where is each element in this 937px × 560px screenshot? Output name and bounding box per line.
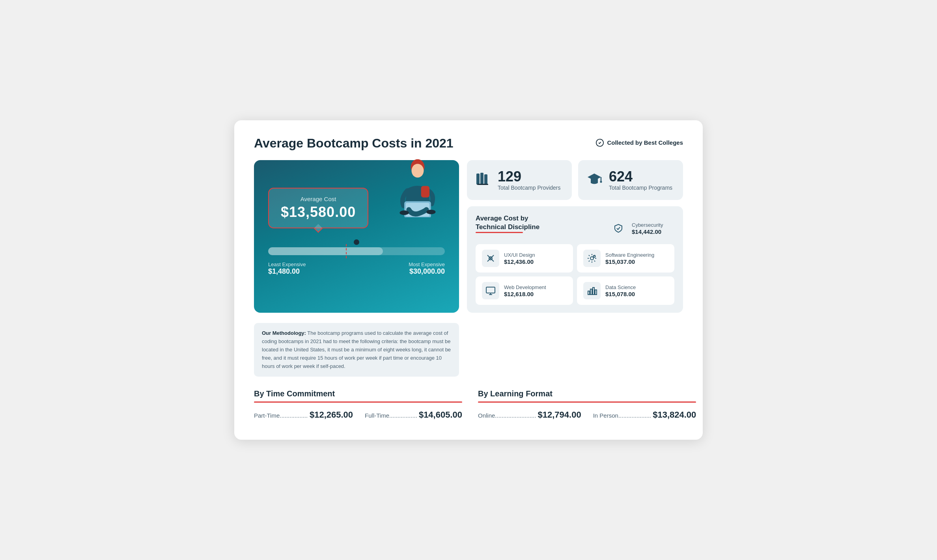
programs-stat-text: 624 Total Bootcamp Programs <box>609 169 672 192</box>
svg-point-2 <box>412 164 424 177</box>
avg-cost-bubble: Average Cost $13,580.00 <box>268 188 368 228</box>
gauge-bar-area: Least Expensive $1,480.00 Most Expensive… <box>268 239 445 276</box>
design-icon <box>482 250 499 267</box>
svg-rect-9 <box>480 173 483 185</box>
svg-rect-11 <box>477 184 488 185</box>
books-icon <box>475 170 491 190</box>
format-divider <box>478 401 696 403</box>
svg-point-18 <box>590 257 594 260</box>
providers-stat-text: 129 Total Bootcamp Providers <box>498 169 561 192</box>
svg-rect-23 <box>588 291 590 295</box>
gauge-card: Average Cost $13,580.00 Least Expensive … <box>254 160 459 313</box>
svg-rect-24 <box>590 289 592 295</box>
svg-point-19 <box>594 256 595 258</box>
discipline-divider <box>476 232 523 233</box>
svg-rect-8 <box>476 174 480 185</box>
collected-by: Collected by Best Colleges <box>595 138 683 147</box>
time-commitment-col: By Time Commitment Part-Time ...........… <box>254 389 462 420</box>
person-illustration <box>392 156 447 219</box>
svg-rect-10 <box>484 174 487 185</box>
shield-icon <box>610 220 627 237</box>
discipline-grid: UX/UI Design $12,436.00 <box>476 244 674 305</box>
main-card: Average Bootcamp Costs in 2021 Collected… <box>234 120 703 440</box>
online-item: Online ......................... $12,794… <box>478 410 581 420</box>
gauge-fill <box>268 247 383 255</box>
gear-icon <box>583 250 601 267</box>
svg-rect-26 <box>595 290 597 295</box>
gauge-track <box>268 247 445 255</box>
svg-rect-7 <box>421 186 429 197</box>
discipline-web: Web Development $12,618.00 <box>476 276 573 305</box>
methodology-row: Our Methodology: The bootcamp programs u… <box>254 321 683 377</box>
gauge-labels: Least Expensive $1,480.00 Most Expensive… <box>268 261 445 276</box>
discipline-cybersecurity: Cybersecurity $14,442.00 <box>603 214 674 243</box>
top-section: Average Cost $13,580.00 Least Expensive … <box>254 160 683 313</box>
right-section: 129 Total Bootcamp Providers <box>467 160 683 313</box>
time-row: Part-Time ......................... $12,… <box>254 410 462 420</box>
part-time-item: Part-Time ......................... $12,… <box>254 410 353 420</box>
stats-row: 129 Total Bootcamp Providers <box>467 160 683 200</box>
learning-format-title: By Learning Format <box>478 389 696 398</box>
discipline-data: Data Science $15,078.00 <box>577 276 674 305</box>
in-person-item: In Person ........................ $13,8… <box>593 410 696 420</box>
most-expensive: Most Expensive $30,000.00 <box>409 261 445 276</box>
programs-stat: 624 Total Bootcamp Programs <box>578 160 683 200</box>
monitor-icon <box>482 282 499 299</box>
discipline-software: Software Engineering $15,037.00 <box>577 244 674 273</box>
chart-icon <box>583 282 601 299</box>
svg-point-14 <box>600 181 602 183</box>
svg-rect-20 <box>486 287 495 293</box>
least-expensive: Least Expensive $1,480.00 <box>268 261 306 276</box>
discipline-title: Average Cost byTechnical Discipline <box>476 214 599 231</box>
discipline-uxui: UX/UI Design $12,436.00 <box>476 244 573 273</box>
time-divider <box>254 401 462 403</box>
page-title: Average Bootcamp Costs in 2021 <box>254 136 454 151</box>
format-row: Online ......................... $12,794… <box>478 410 696 420</box>
shield-check-icon <box>595 138 604 147</box>
header: Average Bootcamp Costs in 2021 Collected… <box>254 136 683 151</box>
providers-stat: 129 Total Bootcamp Providers <box>467 160 572 200</box>
svg-point-6 <box>426 209 435 214</box>
gauge-dot <box>354 239 359 245</box>
methodology-box: Our Methodology: The bootcamp programs u… <box>254 323 459 377</box>
discipline-card: Average Cost byTechnical Discipline C <box>467 206 683 313</box>
gauge-dashed-line <box>346 244 347 258</box>
bottom-section: By Time Commitment Part-Time ...........… <box>254 389 683 420</box>
graduation-icon <box>586 170 603 190</box>
learning-format-col: By Learning Format Online ..............… <box>478 389 696 420</box>
svg-point-5 <box>399 210 409 215</box>
svg-rect-25 <box>593 287 594 295</box>
discipline-header: Average Cost byTechnical Discipline C <box>476 214 674 243</box>
full-time-item: Full-Time ........................ $14,6… <box>365 410 462 420</box>
methodology-bold: Our Methodology: <box>262 330 306 336</box>
time-commitment-title: By Time Commitment <box>254 389 462 398</box>
